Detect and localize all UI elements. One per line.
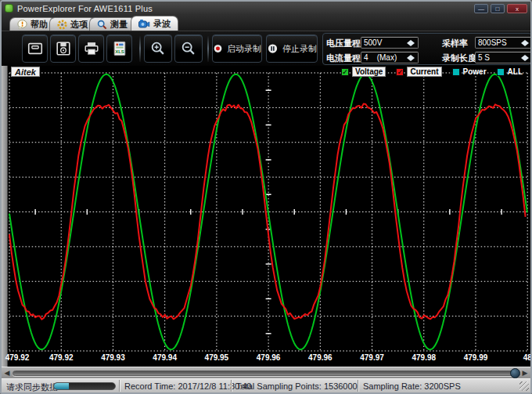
window-title: PowerExplorer For AWE1611 Plus (17, 4, 153, 13)
print-button[interactable] (78, 34, 104, 63)
scroll-left-arrow[interactable]: ◀ (2, 368, 12, 378)
status-separator (231, 380, 232, 392)
legend-label: Power (463, 67, 487, 76)
resize-grip[interactable] (519, 381, 529, 391)
svg-text:XLS: XLS (115, 49, 124, 54)
zoom-in-icon (149, 40, 167, 57)
legend-label: ALL (508, 67, 523, 76)
camera-icon (138, 19, 150, 29)
record-length-label: 录制长度 (442, 52, 476, 64)
voltage-range-value: 500V (364, 38, 406, 47)
x-axis-tick-label: 479.97 (360, 353, 384, 362)
scrollbar-track[interactable] (13, 371, 518, 376)
tab-measure[interactable]: 测量 (89, 17, 135, 31)
exclamation-bubble-icon (17, 20, 27, 30)
x-axis-tick-label: 479.93 (101, 353, 125, 362)
app-icon (5, 4, 13, 13)
legend-checkbox-power[interactable] (452, 68, 460, 76)
x-axis-tick-label: 479.94 (153, 353, 177, 362)
record-icon (213, 41, 223, 56)
zoom-out-icon (180, 40, 197, 57)
start-record-button[interactable]: 启动录制 (212, 34, 262, 63)
total-points-text: Total Sampling Points: 1536000 (236, 381, 358, 391)
voltage-range-select[interactable]: 500V (361, 37, 419, 49)
legend-item-power[interactable]: Power (452, 67, 487, 76)
brand-logo: Aitek (11, 67, 40, 77)
dropdown-arrow-icon (406, 54, 415, 62)
magnifier-icon (97, 20, 107, 30)
record-time-text: Record Time: 2017/12/8 11:30:40 (124, 381, 251, 391)
x-axis-tick-label: 479.98 (412, 353, 436, 362)
printer-icon (83, 40, 100, 57)
minimize-button[interactable]: — (474, 4, 488, 13)
legend-label: Voltage (352, 67, 386, 77)
current-range-select[interactable]: 4 (Max) (361, 52, 419, 63)
x-axis-labels: 479.92479.92479.93479.94479.95479.96479.… (2, 353, 530, 364)
legend-item-voltage[interactable]: ✓Voltage (341, 67, 386, 77)
legend-item-all[interactable]: ALL (497, 67, 523, 76)
horizontal-scrollbar[interactable]: ◀ ▶ (2, 367, 530, 378)
x-axis-tick-label: 479.92 (49, 353, 74, 362)
status-bar: 请求同步数据 Record Time: 2017/12/8 11:30:40 T… (2, 378, 530, 392)
sample-rate-value: 800SPS (478, 38, 520, 47)
x-axis-tick-label: 479.96 (257, 353, 281, 362)
dropdown-arrow-icon (520, 54, 530, 62)
open-file-button[interactable] (22, 34, 48, 63)
x-axis-tick-label: 479.99 (464, 353, 488, 362)
x-axis-tick-label: 479.92 (5, 353, 30, 362)
record-settings-panel: 电压量程 500V 采样率 800SPS 电流量程 4 (Max) 录制长度 5… (322, 33, 532, 65)
voltage-range-label: 电压量程 (326, 38, 361, 49)
stop-record-label: 停止录制 (282, 43, 317, 55)
sample-rate-select[interactable]: 800SPS (475, 37, 532, 49)
tab-label: 测量 (110, 19, 128, 31)
record-length-select[interactable]: 5 S (475, 52, 532, 63)
tab-bar: 帮助 选项 测量 录波 (2, 15, 530, 31)
zoom-out-button[interactable] (174, 34, 203, 63)
x-axis-tick-label: 479.96 (308, 353, 332, 362)
waveform-plot (2, 66, 530, 352)
save-button[interactable] (50, 34, 76, 63)
current-range-label: 电流量程 (326, 52, 361, 64)
export-xls-button[interactable]: XLS (106, 34, 132, 63)
legend-checkbox-current[interactable]: ✓ (396, 68, 404, 76)
sync-status-label: 请求同步数据 (6, 381, 58, 393)
close-button[interactable]: x (507, 4, 527, 13)
legend-item-current[interactable]: ✓Current (396, 67, 441, 77)
tab-label: 录波 (153, 18, 171, 30)
status-separator (119, 380, 120, 392)
x-axis-tick-label: 479.95 (205, 353, 229, 362)
dropdown-arrow-icon (406, 39, 415, 47)
waveform-chart-region: Aitek ✓Voltage✓CurrentPowerALL 479.92479… (2, 66, 530, 378)
app-window: PowerExplorer For AWE1611 Plus — □ x 帮助 … (0, 0, 532, 394)
title-bar: PowerExplorer For AWE1611 Plus — □ x (2, 2, 530, 15)
x-axis-tick-label: 48 (523, 353, 532, 362)
status-separator (358, 380, 358, 392)
start-record-label: 启动录制 (227, 43, 261, 55)
toolbar: XLS 启动录制 停止录制 电压量程 500V 采样率 800SPS (2, 31, 530, 66)
tab-record-waveform[interactable]: 录波 (131, 16, 178, 31)
tab-label: 选项 (70, 19, 88, 31)
legend: ✓Voltage✓CurrentPowerALL (341, 67, 523, 77)
scroll-right-arrow[interactable]: ▶ (520, 368, 530, 378)
sample-rate-label: 采样率 (442, 38, 468, 49)
toolbar-separator (139, 35, 141, 62)
legend-checkbox-all[interactable] (497, 68, 505, 76)
tab-label: 帮助 (31, 19, 48, 31)
left-edge-strip (2, 66, 8, 367)
gear-icon (57, 20, 67, 30)
current-range-value: 4 (Max) (364, 53, 406, 62)
open-file-icon (27, 40, 44, 57)
sampling-rate-text: Sampling Rate: 3200SPS (363, 381, 461, 391)
stop-record-button[interactable]: 停止录制 (266, 34, 318, 63)
progress-bar (53, 382, 116, 390)
legend-checkbox-voltage[interactable]: ✓ (341, 68, 349, 76)
scrollbar-thumb[interactable] (510, 368, 520, 378)
dropdown-arrow-icon (520, 39, 530, 47)
record-length-value: 5 S (478, 53, 520, 62)
zoom-in-button[interactable] (144, 34, 172, 63)
progress-fill (54, 383, 69, 389)
save-icon (55, 40, 72, 57)
toolbar-separator (207, 35, 209, 62)
maximize-button[interactable]: □ (491, 4, 505, 13)
legend-label: Current (407, 67, 441, 77)
